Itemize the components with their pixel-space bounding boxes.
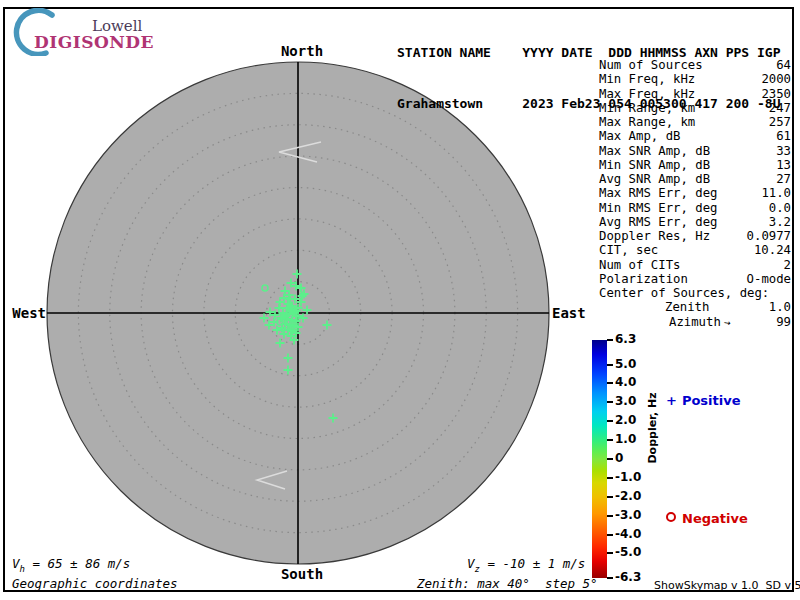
stat-label: Center of Sources, deg: — [599, 286, 769, 300]
stat-value: 2350 — [761, 87, 791, 101]
positive-marker-icon: + — [666, 393, 677, 408]
colorbar-tick — [607, 552, 613, 554]
stat-label: CIT, sec — [599, 243, 658, 257]
colorbar-tick-label: 4.0 — [615, 375, 636, 389]
colorbar-tick — [607, 401, 613, 403]
colorbar-tick — [607, 515, 613, 517]
colorbar-tick — [607, 534, 613, 536]
colorbar-tick-label: 2.0 — [615, 413, 636, 427]
stat-row-max-amp-db: Max Amp, dB61 — [599, 129, 791, 143]
compass-west-label: West — [8, 305, 46, 321]
doppler-axis-label: Doppler, Hz — [646, 392, 659, 463]
vz-symbol: V — [467, 556, 475, 571]
colorbar-tick — [607, 496, 613, 498]
colorbar-tick-label: 5.0 — [615, 357, 636, 371]
colorbar-tick-label: -3.0 — [615, 508, 641, 522]
stat-row-max-rms-err-deg: Max RMS Err, deg11.0 — [599, 186, 791, 200]
stat-label: Max RMS Err, deg — [599, 186, 717, 200]
stat-value: 99 — [776, 315, 791, 329]
stat-value: 11.0 — [761, 186, 791, 200]
legend-positive: +Positive — [666, 393, 741, 408]
stat-label: Avg RMS Err, deg — [599, 215, 717, 229]
stat-value: 33 — [776, 144, 791, 158]
legend-positive-label: Positive — [682, 393, 741, 408]
stat-label: Num of CITs — [599, 258, 680, 272]
colorbar-tick — [607, 420, 613, 422]
legend-negative-label: Negative — [682, 511, 748, 526]
colorbar-tick — [607, 577, 613, 579]
horizontal-velocity-readout: Vh = 65 ± 86 m/s — [12, 556, 130, 574]
colorbar-tick — [607, 439, 613, 441]
stat-value: 13 — [776, 158, 791, 172]
stat-value: 2000 — [761, 72, 791, 86]
stat-label: Min RMS Err, deg — [599, 201, 717, 215]
stat-value: 10.24 — [754, 243, 791, 257]
stat-label: Max SNR Amp, dB — [599, 144, 710, 158]
stat-value: 1.0 — [769, 300, 791, 314]
lowell-digisonde-logo: Lowell DIGISONDE — [10, 8, 180, 52]
colorbar-tick-label: 6.3 — [615, 332, 636, 346]
stat-row-max-range-km: Max Range, km257 — [599, 115, 791, 129]
colorbar-tick — [607, 477, 613, 479]
stat-value: 3.2 — [769, 215, 791, 229]
colorbar-tick-label: -1.0 — [615, 470, 641, 484]
stat-label: Min Freq, kHz — [599, 72, 695, 86]
stat-value: 247 — [769, 101, 791, 115]
colorbar-tick-label: 1.0 — [615, 432, 636, 446]
stat-row-min-snr-amp-db: Min SNR Amp, dB13 — [599, 158, 791, 172]
legend-negative: Negative — [666, 511, 748, 526]
stat-row-polarization: PolarizationO-mode — [599, 272, 791, 286]
software-version-label: ShowSkymap v 1.0 SD v 5.1 — [654, 579, 800, 592]
stat-row-zenith: Zenith1.0 — [599, 300, 791, 314]
stat-label: Azimuth→ — [669, 315, 730, 329]
stat-value: O-mode — [747, 272, 791, 286]
stat-label: Min SNR Amp, dB — [599, 158, 710, 172]
stat-row-cit-sec: CIT, sec10.24 — [599, 243, 791, 257]
stat-row-center-of-sources-deg: Center of Sources, deg: — [599, 286, 791, 300]
stat-value: 0.0977 — [747, 229, 791, 243]
compass-north-label: North — [280, 43, 324, 59]
stat-row-avg-rms-err-deg: Avg RMS Err, deg3.2 — [599, 215, 791, 229]
stat-value: 64 — [776, 58, 791, 72]
vertical-velocity-readout: Vz = -10 ± 1 m/s — [467, 556, 585, 574]
vz-value: = -10 ± 1 m/s — [480, 556, 585, 571]
colorbar-tick-label: 3.0 — [615, 394, 636, 408]
stat-label: Max Range, km — [599, 115, 695, 129]
stat-row-num-of-sources: Num of Sources64 — [599, 58, 791, 72]
stat-row-min-freq-khz: Min Freq, kHz2000 — [599, 72, 791, 86]
stat-label: Polarization — [599, 272, 688, 286]
colorbar-tick-label: -5.0 — [615, 545, 641, 559]
stat-value: 61 — [776, 129, 791, 143]
colorbar-tick — [607, 364, 613, 366]
stat-value: 0.0 — [769, 201, 791, 215]
stat-value: 257 — [769, 115, 791, 129]
stat-label: Avg SNR Amp, dB — [599, 172, 710, 186]
compass-south-label: South — [280, 566, 324, 582]
compass-east-label: East — [552, 305, 586, 321]
measurement-stats-panel: Num of Sources64Min Freq, kHz2000Max Fre… — [599, 58, 791, 329]
stat-label: Zenith — [665, 300, 709, 314]
stat-value: 27 — [776, 172, 791, 186]
stat-row-azimuth: Azimuth→99 — [599, 315, 791, 329]
stat-row-min-range-km: Min Range, km247 — [599, 101, 791, 115]
zenith-scale-note: Zenith: max 40° step 5° — [417, 576, 598, 591]
stat-row-min-rms-err-deg: Min RMS Err, deg0.0 — [599, 201, 791, 215]
stat-label: Num of Sources — [599, 58, 703, 72]
colorbar-tick — [607, 339, 613, 341]
stat-label: Max Freq, kHz — [599, 87, 695, 101]
vh-value: = 65 ± 86 m/s — [25, 556, 130, 571]
stat-row-num-of-cits: Num of CITs2 — [599, 258, 791, 272]
negative-marker-icon — [666, 512, 676, 522]
stat-row-avg-snr-amp-db: Avg SNR Amp, dB27 — [599, 172, 791, 186]
stat-label: Max Amp, dB — [599, 129, 680, 143]
stat-row-doppler-res-hz: Doppler Res, Hz0.0977 — [599, 229, 791, 243]
logo-digisonde-text: DIGISONDE — [34, 32, 154, 52]
coordinate-system-label: Geographic coordinates — [12, 576, 178, 591]
doppler-colorbar — [592, 340, 607, 578]
stat-label: Min Range, km — [599, 101, 695, 115]
colorbar-tick — [607, 382, 613, 384]
vh-symbol: V — [12, 556, 20, 571]
stat-value: 2 — [784, 258, 791, 272]
colorbar-tick-label: -2.0 — [615, 489, 641, 503]
colorbar-tick — [607, 458, 613, 460]
